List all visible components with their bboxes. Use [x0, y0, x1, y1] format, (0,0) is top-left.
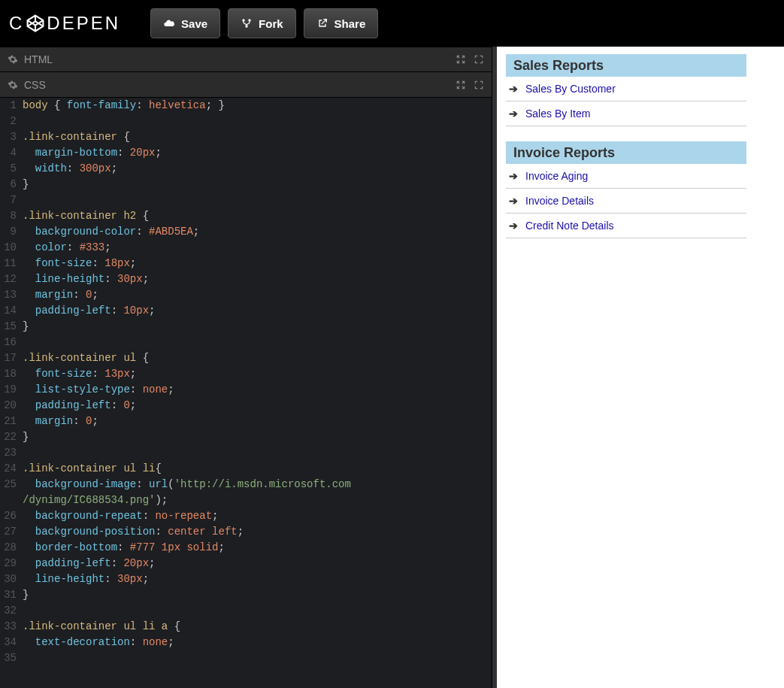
code-content[interactable]: .link-container ul { [23, 350, 492, 366]
logo-text-left: C [9, 13, 24, 34]
fork-button[interactable]: Fork [228, 8, 296, 38]
line-number: 5 [0, 161, 23, 177]
code-content[interactable]: padding-left: 10px; [23, 303, 492, 319]
code-content[interactable]: /dynimg/IC688534.png'); [23, 493, 492, 508]
code-content[interactable] [23, 192, 492, 208]
code-line[interactable]: 5 width: 300px; [0, 161, 492, 177]
code-line[interactable]: 29 padding-left: 20px; [0, 556, 492, 571]
code-content[interactable]: padding-left: 20px; [23, 556, 492, 571]
line-number: 34 [0, 635, 23, 650]
code-content[interactable]: margin: 0; [23, 287, 492, 303]
code-content[interactable]: } [23, 177, 492, 192]
code-line[interactable]: 33.link-container ul li a { [0, 619, 492, 635]
code-line[interactable]: 20 padding-left: 0; [0, 398, 492, 414]
code-content[interactable]: body { font-family: helvetica; } [23, 98, 492, 114]
code-line[interactable]: 32 [0, 603, 492, 619]
expand-icon[interactable] [474, 54, 484, 65]
save-button[interactable]: Save [150, 8, 220, 38]
code-line[interactable]: 8.link-container h2 { [0, 208, 492, 224]
code-line[interactable]: 19 list-style-type: none; [0, 382, 492, 398]
report-link[interactable]: Sales By Item [525, 102, 590, 126]
code-line[interactable]: 10 color: #333; [0, 240, 492, 256]
code-line[interactable]: 1body { font-family: helvetica; } [0, 98, 492, 114]
code-content[interactable]: font-size: 18px; [23, 256, 492, 271]
code-content[interactable]: margin: 0; [23, 414, 492, 429]
code-line[interactable]: 16 [0, 335, 492, 350]
code-line[interactable]: 13 margin: 0; [0, 287, 492, 303]
css-code-editor[interactable]: 1body { font-family: helvetica; }23.link… [0, 98, 492, 688]
code-content[interactable] [23, 603, 492, 619]
section-title: Sales Reports [506, 54, 746, 77]
code-content[interactable]: line-height: 30px; [23, 271, 492, 287]
code-line[interactable]: 28 border-bottom: #777 1px solid; [0, 540, 492, 556]
report-link[interactable]: Sales By Customer [525, 77, 616, 101]
line-number: 30 [0, 571, 23, 587]
code-line[interactable]: /dynimg/IC688534.png'); [0, 493, 492, 508]
report-link[interactable]: Invoice Aging [525, 164, 588, 188]
code-line[interactable]: 22} [0, 429, 492, 445]
gear-icon[interactable] [8, 80, 18, 90]
code-content[interactable]: width: 300px; [23, 161, 492, 177]
code-line[interactable]: 35 [0, 650, 492, 666]
code-line[interactable]: 17.link-container ul { [0, 350, 492, 366]
code-content[interactable]: line-height: 30px; [23, 571, 492, 587]
code-line[interactable]: 24.link-container ul li{ [0, 461, 492, 477]
code-content[interactable] [23, 445, 492, 461]
code-content[interactable]: margin-bottom: 20px; [23, 145, 492, 161]
code-line[interactable]: 23 [0, 445, 492, 461]
code-content[interactable]: color: #333; [23, 240, 492, 256]
code-line[interactable]: 26 background-repeat: no-repeat; [0, 508, 492, 524]
main-area: HTML CSS 1body { font-family: helvetica;… [0, 47, 784, 688]
code-content[interactable]: background-repeat: no-repeat; [23, 508, 492, 524]
code-content[interactable]: background-image: url('http://i.msdn.mic… [23, 477, 492, 493]
code-content[interactable]: .link-container ul li{ [23, 461, 492, 477]
report-link[interactable]: Credit Note Details [525, 214, 614, 238]
code-content[interactable] [23, 650, 492, 666]
share-button[interactable]: Share [304, 8, 379, 38]
code-line[interactable]: 3.link-container { [0, 129, 492, 145]
code-content[interactable]: .link-container ul li a { [23, 619, 492, 635]
svg-point-3 [242, 19, 244, 21]
code-line[interactable]: 6} [0, 177, 492, 192]
code-line[interactable]: 4 margin-bottom: 20px; [0, 145, 492, 161]
code-content[interactable]: } [23, 319, 492, 335]
gear-icon[interactable] [8, 54, 18, 65]
expand-icon[interactable] [474, 80, 484, 90]
code-content[interactable]: text-decoration: none; [23, 635, 492, 650]
code-content[interactable]: background-position: center left; [23, 524, 492, 540]
report-link[interactable]: Invoice Details [525, 189, 594, 213]
svg-point-4 [248, 19, 250, 21]
code-line[interactable]: 25 background-image: url('http://i.msdn.… [0, 477, 492, 493]
code-line[interactable]: 7 [0, 192, 492, 208]
code-content[interactable]: padding-left: 0; [23, 398, 492, 414]
code-content[interactable]: list-style-type: none; [23, 382, 492, 398]
code-line[interactable]: 21 margin: 0; [0, 414, 492, 429]
code-line[interactable]: 2 [0, 114, 492, 129]
code-line[interactable]: 27 background-position: center left; [0, 524, 492, 540]
code-line[interactable]: 30 line-height: 30px; [0, 571, 492, 587]
code-content[interactable]: font-size: 13px; [23, 366, 492, 382]
line-number: 22 [0, 429, 23, 445]
line-number: 29 [0, 556, 23, 571]
code-content[interactable]: } [23, 587, 492, 603]
code-line[interactable]: 18 font-size: 13px; [0, 366, 492, 382]
code-content[interactable]: } [23, 429, 492, 445]
code-line[interactable]: 14 padding-left: 10px; [0, 303, 492, 319]
list-item: ➔Sales By Item [506, 102, 746, 126]
code-line[interactable]: 12 line-height: 30px; [0, 271, 492, 287]
code-content[interactable]: .link-container h2 { [23, 208, 492, 224]
collapse-icon[interactable] [456, 54, 466, 65]
code-line[interactable]: 34 text-decoration: none; [0, 635, 492, 650]
code-content[interactable]: .link-container { [23, 129, 492, 145]
code-content[interactable] [23, 114, 492, 129]
arrow-icon: ➔ [509, 164, 518, 188]
code-line[interactable]: 9 background-color: #ABD5EA; [0, 224, 492, 240]
code-content[interactable] [23, 335, 492, 350]
code-line[interactable]: 11 font-size: 18px; [0, 256, 492, 271]
code-line[interactable]: 15} [0, 319, 492, 335]
save-label: Save [181, 17, 207, 30]
collapse-icon[interactable] [456, 80, 466, 90]
code-content[interactable]: border-bottom: #777 1px solid; [23, 540, 492, 556]
code-line[interactable]: 31} [0, 587, 492, 603]
code-content[interactable]: background-color: #ABD5EA; [23, 224, 492, 240]
